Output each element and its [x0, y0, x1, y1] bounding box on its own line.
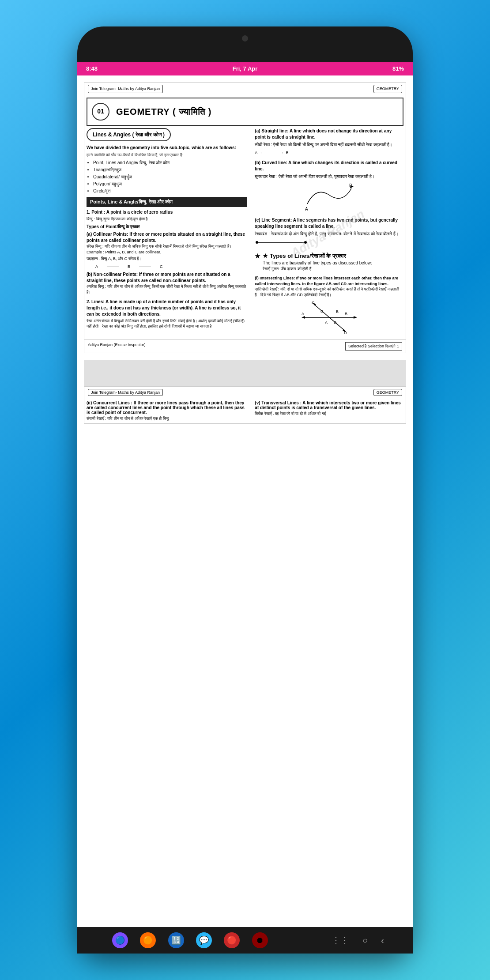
svg-text:A: A	[302, 312, 304, 316]
svg-marker-7	[354, 316, 357, 319]
line-segment-svg	[255, 239, 308, 246]
point-a-arrow: A	[255, 150, 257, 156]
lines-hindi: रेखा अनंत संख्या में बिन्दुओं से मिलकर ब…	[87, 318, 247, 329]
screen: Join Telegram- Maths by Aditya Ranjan GE…	[77, 75, 413, 954]
bullet-list: Point, Lines and Angle/ बिन्दु, रेखा और …	[87, 160, 247, 194]
point-definition: 1. Point : A point is a circle of zero r…	[87, 209, 247, 215]
lines-definition: 2. Lines: A line is made up of a infinit…	[87, 299, 247, 317]
curved-line-svg: A B	[303, 182, 356, 213]
transversal-header: (v) Transversal Lines : A line which int…	[255, 400, 403, 410]
right-column: Aditya Ranjan (a) Straight line: A line …	[251, 128, 403, 340]
types-of-point: Types of Point/बिन्दु के प्रकार	[87, 224, 247, 230]
page-card-1: Join Telegram- Maths by Aditya Ranjan GE…	[84, 82, 406, 353]
intro-bold: We have divided the geometry into five s…	[87, 145, 247, 151]
point-a-label: A	[95, 264, 98, 270]
intersecting-hindi: प्रतिच्छेदी रेखाएँ : यदि दो या दो से अधि…	[255, 286, 403, 298]
intersect-svg: B A D C A D C B	[301, 300, 358, 335]
nav-icon-3[interactable]: 🔢	[168, 932, 184, 948]
curved-line-item: (b) Curved line: A line which changes it…	[255, 160, 403, 213]
nav-icon-6[interactable]: ⏺	[252, 932, 268, 948]
camera-dot	[242, 35, 248, 41]
point-b-arrow: B	[286, 150, 288, 156]
curved-line-diagram: A B	[255, 182, 403, 213]
arrow-diagram: A ←————→ B	[255, 150, 403, 156]
intersecting-lines-item: (i) Intersecting Lines: If two or more l…	[255, 275, 403, 335]
item-number: 1.	[87, 210, 91, 215]
two-col-layout: Lines & Angles ( रेखा और कोण ) We have d…	[87, 128, 403, 340]
svg-point-5	[304, 241, 307, 244]
page-header-1: Join Telegram- Maths by Aditya Ranjan GE…	[84, 83, 406, 95]
telegram-label-2: Join Telegram- Maths by Aditya Ranjan	[88, 389, 163, 396]
bullet-1: Point, Lines and Angle/ बिन्दु, रेखा और …	[93, 160, 247, 166]
geometry-label-top: GEOMETRY	[373, 85, 402, 93]
concurrent-hindi: संगामी रेखाएँ : यदि तीन या तीन से अधिक र…	[87, 416, 247, 421]
svg-text:B: B	[345, 312, 347, 316]
collinear-hindi: संरेख बिन्दु : यदि तीन या तीन से अधिक बि…	[87, 244, 247, 249]
point-def-text: Point : A point is a circle of zero radi…	[91, 210, 173, 215]
star-icon: ★	[255, 252, 260, 261]
lines-angles-box: Lines & Angles ( रेखा और कोण )	[87, 128, 171, 142]
svg-text:C: C	[312, 301, 315, 305]
svg-text:A: A	[325, 320, 328, 325]
types-of-lines-item: ★ ★ Types of Lines/रेखाओं के प्रकार The …	[255, 252, 403, 272]
battery-display: 81%	[392, 65, 404, 72]
nav-grid-btn[interactable]: ⋮⋮	[332, 935, 349, 946]
nav-home-btn[interactable]: ○	[362, 935, 368, 946]
chapter-title-box: 01 GEOMETRY ( ज्यामिति )	[87, 98, 403, 126]
bullet-4: Polygon/ बहुभुज	[93, 181, 247, 187]
intersecting-header: (i) Intersecting Lines: If two or more l…	[255, 276, 398, 286]
page2-two-col: (ii) Concurrent Lines : If three or more…	[87, 398, 403, 423]
page-footer-1: Aditya Ranjan (Excise Inspector) Selecte…	[84, 339, 406, 353]
collinear-header: (a) Collinear Points: If three or more p…	[87, 231, 247, 244]
example-hindi: उदाहरण : बिन्दु A, B, और C संरेख हैं।	[87, 256, 247, 262]
intersect-diagram: B A D C A D C B	[255, 300, 403, 335]
nav-icon-4[interactable]: 💬	[196, 932, 212, 948]
nav-icon-5[interactable]: 🔴	[224, 932, 240, 948]
lines-item: 2. Lines: A line is made up of a infinit…	[87, 299, 247, 329]
section-header-black: Points, Line & Angle/बिन्दु, रेखा और कोण	[87, 197, 247, 207]
concurrent-header: (ii) Concurrent Lines : If three or more…	[87, 400, 247, 415]
non-collinear-header: (b) Non-collinear Points: If three or mo…	[87, 271, 247, 284]
svg-text:D: D	[334, 320, 337, 325]
bullet-5: Circle/वृत्त	[93, 188, 247, 194]
curved-line-hindi: घुमावदार रेखा : ऐसी रेखा जो अपनी दिशा बद…	[255, 173, 403, 180]
straight-line-header: (a) Straight line: A line which does not…	[255, 128, 403, 140]
status-bar: 8:48 Fri, 7 Apr 81%	[77, 62, 413, 75]
phone-top	[77, 26, 413, 62]
geometry-label-2: GEOMETRY	[373, 389, 402, 396]
bullet-2: Triangle/त्रिभुज	[93, 167, 247, 173]
svg-marker-8	[302, 316, 305, 319]
bullet-3: Quadrilateral/ चतुर्भुज	[93, 174, 247, 180]
line-segment-hindi: रेखाखंड : रेखाखंड के दो अंत बिन्दु होते …	[255, 231, 403, 237]
svg-text:C: C	[320, 309, 324, 314]
arrow-line-svg: ←————→	[260, 150, 283, 156]
nav-icon-1[interactable]: 🔵	[112, 932, 128, 948]
footer-left-text: Aditya Ranjan (Excise Inspector)	[88, 342, 146, 351]
page2-right: (v) Transversal Lines : A line which int…	[251, 400, 403, 421]
point-hindi: बिन्दु : बिन्दु शून्य त्रिज्या का कोई वृ…	[87, 216, 247, 222]
types-hindi-text: रेखाएँ मुलत: पाँच प्रकार की होती हैं -	[263, 266, 372, 272]
page-gap	[84, 360, 406, 386]
day-display: Fri, 7 Apr	[233, 65, 258, 72]
line-between-bc: ———	[139, 264, 151, 270]
chapter-number: 01	[92, 103, 109, 121]
content-area[interactable]: Join Telegram- Maths by Aditya Ranjan GE…	[77, 75, 413, 927]
chapter-title: GEOMETRY ( ज्यामिति )	[116, 106, 211, 118]
bottom-nav-buttons: ⋮⋮ ○ ‹	[332, 935, 384, 946]
point-b-label: B	[128, 264, 130, 270]
nav-icons-group: 🔵 🟠 🔢 💬 🔴 ⏺	[106, 932, 274, 948]
page-header-2: Join Telegram- Maths by Aditya Ranjan GE…	[84, 387, 406, 398]
types-of-lines-header: ★ Types of Lines/रेखाओं के प्रकार	[263, 252, 372, 260]
nav-icon-2[interactable]: 🟠	[140, 932, 156, 948]
nav-bar: 🔵 🟠 🔢 💬 🔴 ⏺ ⋮⋮ ○ ‹	[77, 927, 413, 954]
curved-line-header: (b) Curved line: A line which changes it…	[255, 160, 403, 172]
non-collinear-hindi: असंरेख बिन्दु : यदि तीन या तीन से अधिक ब…	[87, 284, 247, 295]
straight-line-item: (a) Straight line: A line which does not…	[255, 128, 403, 156]
transversal-hindi: तिर्यक रेखाएँ : वह रेखा जो दो या दो से अ…	[255, 411, 403, 416]
point-c-label: C	[160, 264, 163, 270]
line-between-ab: ———	[107, 264, 119, 270]
svg-text:B: B	[336, 309, 339, 314]
line-segment-item: (c) Line Segment: A line segments has tw…	[255, 217, 403, 248]
nav-back-btn[interactable]: ‹	[381, 935, 384, 946]
types-intro-text: The lines are basically of five types as…	[263, 260, 372, 266]
